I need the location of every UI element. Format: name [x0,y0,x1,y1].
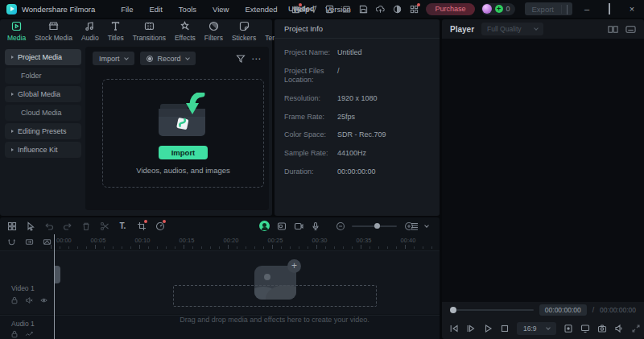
track-height-icon[interactable] [409,221,419,231]
minimize-button[interactable]: – [579,0,595,18]
mask-icon[interactable] [276,221,287,231]
sidebar-item-folder[interactable]: Folder [5,68,81,84]
workspace-icon[interactable] [341,4,352,14]
save-icon[interactable] [358,4,369,14]
next-frame-icon[interactable] [466,324,476,334]
zoom-out-icon[interactable] [335,221,345,231]
voiceover-mic-icon[interactable] [310,221,320,231]
tab-transitions[interactable]: Transitions [129,19,170,43]
import-cta-button[interactable]: Import [159,146,208,159]
zoom-slider-handle[interactable] [374,223,380,229]
tab-media[interactable]: Media [3,19,30,43]
marker-icon[interactable] [24,237,35,247]
save-as-icon[interactable] [324,4,335,14]
media-browser-panel: Media Stock Media Audio Titles Transitio… [0,19,272,216]
fullscreen-icon[interactable] [631,324,641,334]
crop-icon[interactable] [136,221,147,231]
info-row: Duration:00:00:00:00 [284,167,430,177]
snap-icon[interactable] [6,237,17,247]
export-label[interactable]: Export [525,5,562,14]
tab-audio[interactable]: Audio [77,19,103,43]
split-scissors-icon[interactable] [99,221,109,231]
tab-filters[interactable]: Filters [200,19,227,43]
menu-file[interactable]: File [113,5,141,14]
secondary-display-icon[interactable] [580,324,590,334]
tab-titles[interactable]: Titles [104,19,128,43]
previous-frame-icon[interactable] [449,324,459,334]
filter-icon[interactable] [235,53,246,64]
send-feedback-icon[interactable] [308,4,318,14]
redo-icon[interactable] [62,221,72,231]
sidebar-item-cloud-media[interactable]: Cloud Media [5,105,81,121]
video-track-label: Video 1 [11,284,35,292]
menu-tools[interactable]: Tools [171,5,204,14]
audio-level-icon[interactable] [25,330,33,338]
cloud-upload-icon[interactable] [375,4,386,14]
dual-view-icon[interactable] [608,24,618,35]
render-preview-icon[interactable] [42,237,52,247]
seek-handle[interactable] [450,307,456,313]
record-dropdown-button[interactable]: Record [140,52,196,65]
restore-button[interactable] [601,0,617,18]
mute-track-icon[interactable] [25,296,33,304]
hide-track-icon[interactable] [39,296,48,304]
export-dropdown[interactable] [562,5,572,14]
playhead-handle[interactable] [55,266,60,283]
theme-toggle-icon[interactable] [392,4,402,14]
video-preview[interactable] [442,39,644,302]
stop-icon[interactable] [500,324,510,334]
purchase-button[interactable]: Purchase [426,3,474,15]
menu-extended[interactable]: Extended [237,5,285,14]
sidebar-item-editing-presets[interactable]: Editing Presets [5,123,81,139]
speed-icon[interactable] [155,221,165,231]
lock-track-icon[interactable] [10,296,19,304]
snapshot-icon[interactable] [597,324,607,334]
gift-icon[interactable] [291,4,301,14]
menu-view[interactable]: View [204,5,237,14]
add-media-icon[interactable]: + [287,259,301,273]
filmora-window: Wondershare Filmora File Edit Tools View… [0,0,644,339]
track-layout-icon[interactable] [6,221,17,231]
sidebar-item-global-media[interactable]: Global Media [5,86,81,102]
playhead[interactable] [54,234,55,339]
select-tool-icon[interactable] [25,221,35,231]
sidebar-item-influence-kit[interactable]: Influence Kit [5,142,81,158]
timeline-drop-zone[interactable] [173,285,377,307]
preview-window-icon[interactable] [625,24,636,35]
tab-effects[interactable]: Effects [171,19,200,43]
more-options-icon[interactable]: ⋯ [251,53,262,64]
seek-bar[interactable] [450,309,534,311]
quality-dropdown[interactable]: Full Quality [481,23,543,35]
undo-icon[interactable] [43,221,54,231]
screen-record-icon[interactable] [293,221,303,231]
close-button[interactable]: × [624,0,640,18]
lock-track-icon[interactable] [10,330,19,338]
chevron-down-icon [124,56,129,60]
ai-portrait-icon[interactable] [259,221,270,231]
time-separator: / [592,306,594,314]
avatar[interactable] [482,4,492,14]
project-info-panel: Project Info Project Name:Untitled Proje… [275,19,440,216]
menu-edit[interactable]: Edit [141,5,170,14]
sidebar-item-project-media[interactable]: Project Media [5,49,81,65]
media-sidebar: Project Media Folder Global Media Cloud … [0,46,85,213]
delete-icon[interactable] [80,221,91,231]
export-button[interactable]: Export [525,2,572,15]
aspect-ratio-dropdown[interactable]: 16:9 [517,322,556,335]
coin-icon: + [495,5,503,13]
audio-track-controls [10,330,33,338]
tab-stock-media[interactable]: Stock Media [31,19,76,43]
text-tool-icon[interactable]: T. [118,221,128,231]
account-widget[interactable]: + 0 [481,3,515,15]
timeline-ruler[interactable]: 00:0000:0500:1000:1500:2000:2500:3000:35… [0,234,440,251]
import-dropdown-button[interactable]: Import [93,52,134,65]
import-drop-area[interactable]: Import Videos, audios, and images [102,79,264,188]
volume-icon[interactable] [614,324,624,334]
chevron-down-icon[interactable] [424,223,429,228]
timeline-zoom-slider[interactable] [352,225,397,227]
expander-icon [11,148,14,151]
mark-icon[interactable] [564,324,573,334]
play-icon[interactable] [483,324,493,334]
tab-stickers[interactable]: Stickers [228,19,260,43]
plugins-icon[interactable] [409,4,419,14]
